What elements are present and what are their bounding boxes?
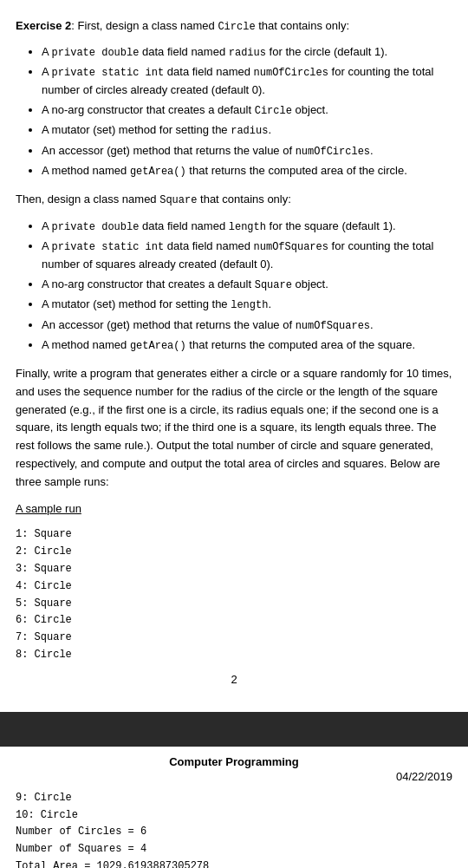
then-paragraph: Then, design a class named Square that c… [16,191,452,209]
content-area: Exercise 2: First, design a class named … [0,0,468,703]
list-item: A mutator (set) method for setting the l… [42,296,452,314]
page-number: 2 [16,673,452,686]
exercise-title-bold: Exercise 2 [16,19,71,32]
list-item: A mutator (set) method for setting the r… [42,121,452,140]
list-item: 7: Square [16,630,452,647]
footer-output: 9: Circle 10: Circle Number of Circles =… [16,790,452,868]
list-item: 6: Circle [16,612,452,630]
code-radius-2: radius [231,125,268,137]
code-getarea-square: getArea() [130,340,186,352]
code-getarea-circle: getArea() [130,166,186,178]
dark-bar [0,712,468,747]
code-numofcircles: numOfCircles [254,67,328,79]
list-item: A no-arg constructor that creates a defa… [42,101,452,120]
code-length: length [229,221,266,233]
list-item: A private double data field named radius… [42,43,452,62]
code-private-static-int: private static int [52,67,165,79]
page: Exercise 2: First, design a class named … [0,0,468,868]
list-item: A private static int data field named nu… [42,238,452,274]
sample-run-label: A sample run [16,500,452,519]
list-item: 4: Circle [16,578,452,596]
list-item: A private static int data field named nu… [42,63,452,100]
list-item: 8: Circle [16,647,452,664]
list-item: An accessor (get) method that returns th… [42,142,452,160]
exercise-title: Exercise 2: First, design a class named … [16,17,452,35]
code-numofsquares-2: numOfSquares [296,320,370,332]
list-item: A private double data field named length… [42,218,452,236]
list-item: 1: Square [16,526,452,544]
square-bullet-list: A private double data field named length… [42,218,452,355]
footer-section: Computer Programming 04/22/2019 9: Circl… [0,747,468,868]
code-radius: radius [229,47,266,59]
code-square-2: Square [255,279,292,291]
exercise-title-rest: that contains only: [256,19,349,32]
code-private-static-int-2: private static int [52,241,165,253]
list-item: A no-arg constructor that creates a defa… [42,276,452,294]
finally-paragraph: Finally, write a program that generates … [16,365,452,492]
list-item: A method named getArea() that returns th… [42,336,452,355]
code-circle-1: Circle [255,105,292,117]
footer-date: 04/22/2019 [16,770,452,783]
code-numofcircles-2: numOfCircles [296,146,370,158]
list-item: A method named getArea() that returns th… [42,162,452,180]
footer-title: Computer Programming [16,755,452,768]
output-line-2: 10: Circle [16,807,452,825]
code-private-double: private double [52,47,140,59]
output-line-3: Number of Circles = 6 [16,824,452,841]
list-item: 3: Square [16,561,452,578]
output-line-4: Number of Squares = 4 [16,841,452,858]
output-line-5: Total Area = 1029.6193887305278 [16,858,452,868]
sample-run-underline: A sample run [16,502,81,515]
output-line-1: 9: Circle [16,790,452,807]
circle-bullet-list: A private double data field named radius… [42,43,452,180]
exercise-title-text: : First, design a class named [71,19,218,32]
list-item: An accessor (get) method that returns th… [42,317,452,335]
code-numofsquares: numOfSquares [254,241,328,253]
list-item: 2: Circle [16,544,452,561]
list-item: 5: Square [16,596,452,613]
code-length-2: length [231,299,268,311]
code-private-double-2: private double [52,221,140,233]
sample-run-list: 1: Square 2: Circle 3: Square 4: Circle … [16,526,452,663]
circle-class-name: Circle [218,21,255,33]
code-square-class: Square [159,194,197,206]
